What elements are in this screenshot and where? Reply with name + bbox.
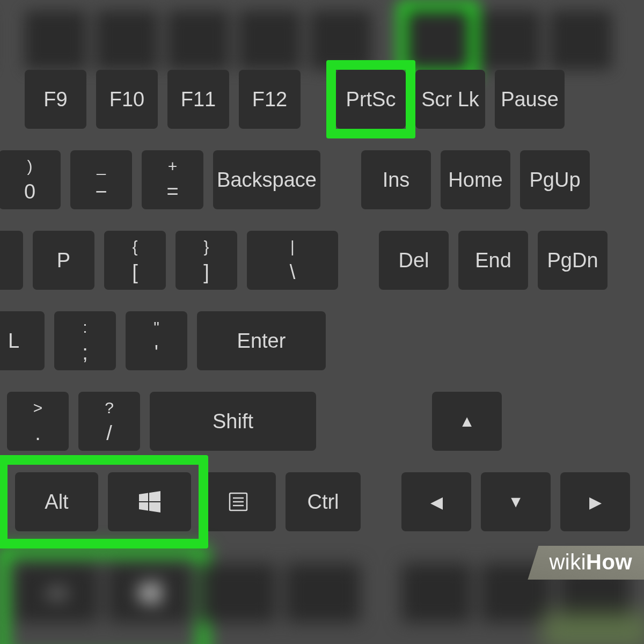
key-p[interactable]: P <box>33 231 94 290</box>
keyboard: F8 F9 F10 F11 F12 PrtSc Scr Lk Pause 9 )… <box>0 70 644 553</box>
key-f11[interactable]: F11 <box>167 70 229 129</box>
row-function-keys: F8 F9 F10 F11 F12 PrtSc Scr Lk Pause <box>0 70 644 129</box>
key-quote[interactable]: " ' <box>126 311 187 370</box>
key-period-bot: . <box>35 423 41 443</box>
key-arrow-down[interactable]: ▼ <box>481 472 551 531</box>
key-l[interactable]: L <box>0 311 45 370</box>
menu-icon <box>229 492 248 511</box>
key-shift[interactable]: Shift <box>150 392 316 451</box>
highlight-prtsc: PrtSc <box>326 60 415 138</box>
key-slash-bot: / <box>106 423 112 443</box>
key-scrlk[interactable]: Scr Lk <box>415 70 485 129</box>
key-arrow-up[interactable]: ▲ <box>432 392 502 451</box>
key-quote-top: " <box>153 319 159 335</box>
key-slash-top: ? <box>105 400 114 416</box>
watermark: wikiHow <box>528 546 644 580</box>
arrow-left-icon: ◀ <box>430 493 443 511</box>
row-home-right: L : ; " ' Enter <box>0 311 644 370</box>
arrow-right-icon: ▶ <box>589 493 602 511</box>
blur-watermark-reflection <box>542 612 644 644</box>
key-backslash[interactable]: | \ <box>247 231 338 290</box>
key-0-bot: 0 <box>24 181 35 202</box>
key-equal-bot: = <box>166 181 178 202</box>
key-ctrl[interactable]: Ctrl <box>286 472 361 531</box>
watermark-part2: How <box>586 550 632 574</box>
key-f10[interactable]: F10 <box>96 70 158 129</box>
key-lbracket-top: { <box>132 239 137 255</box>
key-0[interactable]: ) 0 <box>0 150 61 209</box>
key-period-top: > <box>33 400 43 416</box>
key-rbracket-bot: ] <box>203 262 209 282</box>
arrow-down-icon: ▼ <box>508 493 524 511</box>
windows-icon <box>139 491 160 513</box>
key-alt[interactable]: Alt <box>15 472 98 531</box>
key-minus-top: _ <box>97 158 106 174</box>
key-0-top: ) <box>27 158 33 174</box>
key-prtsc[interactable]: PrtSc <box>336 70 406 129</box>
row-numbers: 9 ) 0 _ − + = Backspace Ins Home PgUp <box>0 150 644 209</box>
key-arrow-right[interactable]: ▶ <box>560 472 630 531</box>
key-ins[interactable]: Ins <box>361 150 431 209</box>
key-minus-bot: − <box>95 181 107 202</box>
key-backslash-top: | <box>290 239 295 255</box>
key-rbracket[interactable]: } ] <box>175 231 237 290</box>
key-f12[interactable]: F12 <box>239 70 301 129</box>
key-o[interactable]: O <box>0 231 23 290</box>
blur-top-reflection <box>0 0 644 80</box>
key-rbracket-top: } <box>203 239 209 255</box>
key-pause[interactable]: Pause <box>495 70 565 129</box>
key-period[interactable]: > . <box>7 392 69 451</box>
highlight-alt-win: Alt <box>0 455 208 548</box>
key-pgup[interactable]: PgUp <box>520 150 590 209</box>
row-modifiers: Alt Ctrl ◀ ▼ <box>5 472 644 531</box>
key-equal[interactable]: + = <box>142 150 203 209</box>
key-pgdn[interactable]: PgDn <box>538 231 608 290</box>
key-lbracket[interactable]: { [ <box>104 231 166 290</box>
key-slash[interactable]: ? / <box>78 392 140 451</box>
row-qwerty-right: O P { [ } ] | \ Del End PgDn <box>0 231 644 290</box>
watermark-part1: wiki <box>549 550 586 574</box>
key-menu[interactable] <box>201 472 276 531</box>
key-quote-bot: ' <box>155 342 158 363</box>
key-minus[interactable]: _ − <box>70 150 132 209</box>
key-windows[interactable] <box>108 472 191 531</box>
key-semicolon-top: : <box>83 319 87 335</box>
key-f9[interactable]: F9 <box>25 70 86 129</box>
key-del[interactable]: Del <box>379 231 449 290</box>
key-end[interactable]: End <box>458 231 528 290</box>
key-enter[interactable]: Enter <box>197 311 326 370</box>
key-semicolon[interactable]: : ; <box>54 311 116 370</box>
key-arrow-left[interactable]: ◀ <box>401 472 471 531</box>
key-backslash-bot: \ <box>290 262 296 282</box>
key-lbracket-bot: [ <box>132 262 138 282</box>
key-equal-top: + <box>168 158 178 174</box>
key-backspace[interactable]: Backspace <box>213 150 320 209</box>
row-shift: < , > . ? / Shift ▲ <box>0 392 644 451</box>
key-semicolon-bot: ; <box>82 342 88 363</box>
key-home[interactable]: Home <box>441 150 510 209</box>
arrow-up-icon: ▲ <box>459 412 475 430</box>
